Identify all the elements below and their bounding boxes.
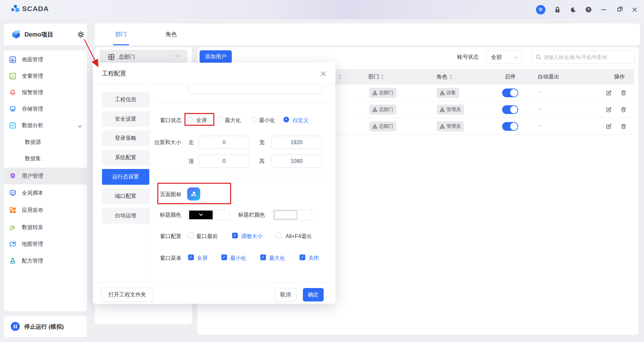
checkbox-menu-close[interactable] — [300, 254, 305, 260]
checkbox-resize-label[interactable]: 调整大小 — [241, 233, 263, 240]
page-icon-preview[interactable] — [187, 187, 200, 201]
sidebar-item-data-set[interactable]: 数据集 — [4, 150, 87, 167]
width-input[interactable]: 1920 — [271, 136, 322, 149]
table-header-department[interactable]: 部门 — [368, 69, 384, 84]
radio-minimize-label[interactable]: 最小化 — [259, 117, 275, 124]
cancel-button[interactable]: 取消 — [274, 288, 297, 301]
radio-fullscreen[interactable] — [187, 117, 193, 122]
modal-tab-project-info[interactable]: 工程信息 — [102, 92, 149, 108]
modal-footer: 打开工程文件夹 取消 确定 — [93, 282, 335, 304]
left-input[interactable]: 0 — [199, 136, 250, 149]
radio-fullscreen-label[interactable]: 全屏 — [196, 117, 207, 124]
restore-button[interactable] — [616, 6, 623, 13]
radio-custom[interactable] — [283, 117, 289, 122]
enable-toggle[interactable] — [502, 89, 518, 97]
tab-role[interactable]: 角色 — [155, 23, 187, 45]
cutoff-text-input[interactable] — [188, 85, 322, 94]
checkbox-menu-minimize[interactable] — [221, 254, 227, 260]
title-color-picker[interactable] — [188, 210, 230, 220]
radio-maximize-label[interactable]: 最大化 — [225, 117, 241, 124]
search-input[interactable] — [544, 54, 634, 60]
confirm-button[interactable]: 确定 — [303, 288, 324, 301]
help-icon[interactable]: ? — [585, 6, 592, 13]
sidebar-item-storage-mgmt[interactable]: 存储管理 — [4, 101, 87, 117]
sidebar-item-data-analysis[interactable]: 数据分析 — [4, 117, 87, 134]
account-status-select[interactable]: 全部 — [486, 50, 522, 64]
title-color-swatch[interactable] — [189, 211, 213, 219]
wechat-icon[interactable]: 微 — [536, 5, 545, 14]
svg-text:?: ? — [587, 7, 590, 11]
variable-sheet-icon: X — [9, 73, 16, 79]
sidebar-item-global-script[interactable]: 全局脚本 — [4, 185, 87, 202]
modal-header: 工程配置 — [93, 63, 335, 85]
delete-icon[interactable] — [620, 106, 627, 113]
org-icon — [440, 124, 444, 129]
sidebar-item-user-mgmt[interactable]: 用户管理 — [4, 168, 87, 184]
radio-maximize[interactable] — [217, 117, 223, 122]
close-button[interactable] — [631, 6, 638, 13]
app-logo: SCADA — [11, 5, 49, 13]
search-box[interactable] — [531, 50, 635, 64]
height-input[interactable]: 1080 — [271, 155, 322, 168]
lock-icon[interactable] — [554, 6, 561, 13]
modal-close-icon[interactable] — [320, 71, 326, 77]
checkbox-topmost-label[interactable]: 窗口最前 — [196, 233, 218, 240]
run-status-card[interactable]: 停止运行 (模拟) — [4, 316, 87, 337]
radio-minimize[interactable] — [251, 117, 257, 122]
modal-tab-login-policy[interactable]: 登录策略 — [102, 130, 149, 146]
more-ellipsis-icon[interactable]: ··· — [173, 52, 181, 59]
checkbox-menu-maximize[interactable] — [260, 254, 266, 260]
add-user-button[interactable]: 添加用户 — [200, 50, 232, 63]
chevron-down-icon — [199, 212, 203, 216]
script-monitor-icon — [9, 190, 16, 196]
checkbox-menu-fullscreen[interactable] — [188, 254, 194, 260]
checkbox-menu-close-label[interactable]: 关闭 — [308, 255, 319, 262]
top-input[interactable]: 0 — [199, 155, 250, 168]
sort-icon — [381, 74, 384, 79]
width-label: 宽 — [259, 139, 265, 146]
modal-tab-security[interactable]: 安全设置 — [102, 111, 149, 127]
checkbox-topmost[interactable] — [188, 233, 194, 238]
sidebar-item-alarm-mgmt[interactable]: 报警管理 — [4, 84, 87, 101]
minimize-button[interactable] — [600, 6, 607, 13]
tab-department[interactable]: 部门 — [105, 23, 137, 45]
checkbox-menu-minimize-label[interactable]: 最小化 — [230, 255, 246, 262]
modal-tab-runtime-settings[interactable]: 运行态设置 — [102, 169, 149, 185]
table-header-hidden-sort[interactable] — [338, 69, 341, 84]
sidebar-item-variable-mgmt[interactable]: X 变量管理 — [4, 68, 87, 84]
checkbox-altf4-exit-label[interactable]: Alt+F4退出 — [285, 233, 312, 240]
modal-tab-auto-ops[interactable]: 自动运维 — [102, 208, 149, 224]
sidebar-item-app-publish[interactable]: 应用发布 — [4, 202, 87, 219]
checkbox-resize[interactable] — [232, 233, 238, 238]
department-grid-icon — [108, 54, 114, 60]
edit-icon[interactable] — [605, 90, 612, 96]
department-tag: 总部门 — [369, 88, 396, 98]
sidebar-item-data-forward[interactable]: 数据转发 — [4, 219, 87, 236]
enable-toggle[interactable] — [502, 122, 518, 131]
titlebar-color-picker[interactable] — [273, 210, 312, 220]
delete-icon[interactable] — [620, 90, 627, 96]
app-root: SCADA 微 ? Demo项目 — [0, 0, 644, 342]
checkbox-altf4-exit[interactable] — [276, 233, 281, 238]
sidebar-item-data-source[interactable]: 数据源 — [4, 134, 87, 151]
dark-mode-moon-icon[interactable] — [570, 6, 576, 13]
edit-icon[interactable] — [605, 106, 612, 113]
table-header-role[interactable]: 角色 — [437, 69, 452, 84]
checkbox-menu-maximize-label[interactable]: 最大化 — [269, 255, 285, 262]
project-settings-gear-icon[interactable] — [77, 31, 85, 38]
table-header-enabled: 启停 — [505, 69, 516, 84]
topbar: SCADA 微 ? — [0, 0, 644, 19]
sidebar-item-screen-mgmt[interactable]: 画面管理 — [4, 51, 87, 68]
edit-icon[interactable] — [605, 123, 612, 130]
sidebar-item-map-mgmt[interactable]: 地图管理 — [4, 236, 87, 252]
titlebar-color-swatch[interactable] — [274, 211, 297, 219]
role-tag: 管理员 — [437, 121, 464, 131]
sidebar-item-recipe-mgmt[interactable]: 配方管理 — [4, 252, 87, 269]
enable-toggle[interactable] — [502, 105, 518, 114]
checkbox-menu-fullscreen-label[interactable]: 全屏 — [197, 255, 208, 262]
delete-icon[interactable] — [620, 123, 627, 130]
modal-tab-system-config[interactable]: 系统配置 — [102, 150, 149, 166]
radio-custom-label[interactable]: 自定义 — [292, 117, 309, 124]
modal-tab-port-config[interactable]: 端口配置 — [102, 188, 149, 204]
open-project-folder-button[interactable]: 打开工程文件夹 — [101, 288, 154, 302]
